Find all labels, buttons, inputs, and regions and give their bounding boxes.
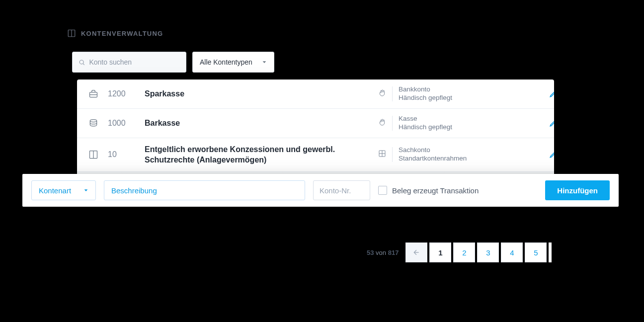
- svg-point-7: [90, 119, 96, 122]
- account-status: Standartkontenrahmen: [399, 155, 467, 163]
- account-status: Händisch gepflegt: [399, 94, 452, 102]
- beleg-checkbox-wrap[interactable]: Beleg erzeugt Transaktion: [378, 186, 479, 195]
- page-title: KONTENVERWALTUNG: [67, 29, 163, 38]
- pagination: 53 von 817 1 2 3 4 5: [367, 242, 552, 262]
- kontenart-label: Kontenart: [39, 186, 71, 195]
- account-name: Barkasse: [145, 118, 378, 129]
- pagination-prev[interactable]: [405, 242, 427, 262]
- account-type-filter[interactable]: Alle Kontentypen: [192, 52, 274, 73]
- chevron-down-icon: [262, 60, 267, 65]
- pagination-page-3[interactable]: 3: [477, 242, 499, 262]
- search-input-wrap[interactable]: [72, 52, 186, 73]
- insert-bar: Kontenart Beleg erzeugt Transaktion Hinz…: [22, 174, 619, 207]
- table-row[interactable]: 1200 Sparkasse Bankkonto Händisch gepfle…: [77, 80, 554, 109]
- svg-marker-18: [84, 189, 88, 191]
- row-meta: Kasse Händisch gepflegt: [378, 115, 452, 132]
- pagination-page-1[interactable]: 1: [429, 242, 451, 262]
- pagination-page-5[interactable]: 5: [525, 242, 547, 262]
- arrow-left-icon: [412, 248, 420, 256]
- coins-icon: [88, 118, 99, 128]
- account-type-filter-label: Alle Kontentypen: [200, 58, 252, 66]
- chevron-down-icon: [83, 188, 88, 193]
- row-meta: Bankkonto Händisch gepflegt: [378, 85, 452, 102]
- beschreibung-input[interactable]: [104, 180, 305, 200]
- svg-marker-4: [263, 61, 266, 63]
- account-status: Händisch gepflegt: [399, 123, 452, 132]
- row-meta: Sachkonto Standartkontenrahmen: [378, 146, 467, 163]
- add-button[interactable]: Hinzufügen: [545, 180, 610, 200]
- edit-icon[interactable]: [549, 118, 554, 128]
- beleg-checkbox-label: Beleg erzeugt Transaktion: [392, 186, 479, 195]
- search-input[interactable]: [89, 58, 180, 66]
- edit-icon[interactable]: [549, 150, 554, 160]
- account-type: Kasse: [399, 115, 452, 123]
- pagination-page-2[interactable]: 2: [453, 242, 475, 262]
- account-type: Sachkonto: [399, 146, 467, 155]
- account-name: Sparkasse: [145, 88, 378, 99]
- table-row[interactable]: 10 Entgeltlich erworbene Konzessionen un…: [77, 138, 554, 172]
- search-icon: [79, 59, 85, 66]
- hand-icon: [378, 118, 386, 128]
- konto-nr-input[interactable]: [313, 180, 370, 200]
- hand-icon: [378, 89, 386, 99]
- svg-line-3: [83, 64, 84, 65]
- svg-point-2: [80, 60, 83, 64]
- account-number: 10: [108, 150, 138, 159]
- pagination-info: 53 von 817: [367, 249, 399, 256]
- pagination-more: [549, 242, 552, 262]
- layout-icon: [88, 150, 99, 160]
- grid-icon: [378, 150, 386, 160]
- briefcase-icon: [88, 89, 99, 99]
- account-name: Entgeltlich erworbene Konzessionen und g…: [145, 144, 378, 165]
- pagination-page-4[interactable]: 4: [501, 242, 523, 262]
- account-number: 1200: [108, 89, 138, 98]
- table-row[interactable]: 1000 Barkasse Kasse Händisch gepflegt: [77, 109, 554, 138]
- layout-icon: [67, 29, 76, 38]
- page-title-text: KONTENVERWALTUNG: [81, 30, 163, 37]
- edit-icon[interactable]: [549, 89, 554, 99]
- account-type: Bankkonto: [399, 85, 452, 94]
- checkbox-icon[interactable]: [378, 186, 387, 195]
- account-number: 1000: [108, 119, 138, 128]
- kontenart-select[interactable]: Kontenart: [31, 180, 96, 200]
